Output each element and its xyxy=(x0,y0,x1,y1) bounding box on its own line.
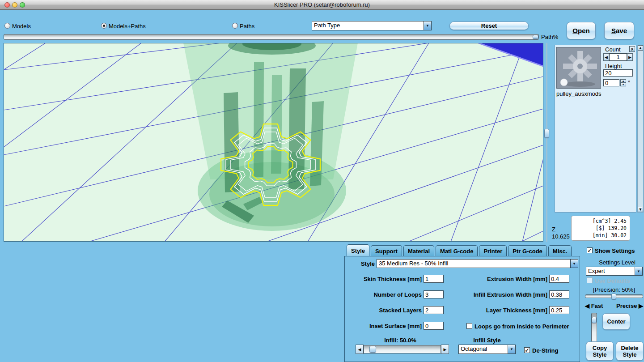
infill-extrusion-width-label: Infill Extrusion Width [mm] xyxy=(447,291,547,298)
use-defaults-checkbox xyxy=(587,277,593,283)
z-label: Z xyxy=(552,226,555,233)
stacked-layers-field[interactable] xyxy=(424,306,444,314)
style-preset-value: 35 Medium Res - 50% Infill xyxy=(377,260,570,268)
stacked-layers-label: Stacked Layers xyxy=(344,307,422,314)
tab-style[interactable]: Style xyxy=(347,244,369,256)
open-button[interactable]: Open xyxy=(567,22,596,39)
model-thumbnail[interactable] xyxy=(556,47,601,89)
destring-checkbox[interactable]: ✓ xyxy=(524,347,530,353)
model-list-panel: Count ◀ 1 ▶ Height 20 0 ▲ ▼ ° pulley_aus… xyxy=(555,45,636,213)
inset-surface-field[interactable] xyxy=(424,322,444,330)
kisslicer-window: KISSlicer PRO (setar@roboforum.ru) Model… xyxy=(0,0,644,362)
chevron-down-icon: ▼ xyxy=(508,345,515,353)
inset-surface-label: Inset Surface [mm] xyxy=(344,323,422,329)
estimate-cost: [$] 139.20 xyxy=(575,225,627,232)
skin-thickness-label: Skin Thickness [mm] xyxy=(344,276,422,282)
use-defaults-label: Use Defaults xyxy=(595,277,630,284)
path-type-dropdown[interactable]: Path Type ▼ xyxy=(312,21,432,30)
style-preset-dropdown[interactable]: 35 Medium Res - 50% Infill ▼ xyxy=(377,259,578,268)
count-increment-button[interactable]: ▶ xyxy=(627,53,633,61)
close-icon[interactable]: X xyxy=(629,46,635,52)
infill-extrusion-width-field[interactable] xyxy=(549,290,569,298)
z-value: 10.625 xyxy=(552,233,570,240)
number-of-loops-field[interactable] xyxy=(424,290,444,298)
estimate-volume: [cm^3] 2.45 xyxy=(575,217,627,225)
radio-paths[interactable] xyxy=(232,23,238,29)
precise-label: Precise xyxy=(616,302,637,309)
reset-button[interactable]: Reset xyxy=(449,21,529,30)
center-button[interactable]: Center xyxy=(602,313,630,330)
radio-models-label: Models xyxy=(12,23,31,30)
infill-style-dropdown[interactable]: Octagonal ▼ xyxy=(458,345,516,354)
loops-inside-to-perimeter-label: Loops go from Inside to Perimeter xyxy=(475,323,569,330)
scroll-up-icon[interactable]: ▲ xyxy=(638,45,643,51)
window-title: KISSlicer PRO (setar@roboforum.ru) xyxy=(0,1,644,8)
infill-slider-track[interactable] xyxy=(364,345,441,353)
skin-thickness-field[interactable] xyxy=(424,275,444,283)
precise-arrow-icon: ▶ xyxy=(639,302,643,309)
path-type-value: Path Type xyxy=(312,21,424,30)
infill-slider-right-arrow[interactable]: ▶ xyxy=(441,345,449,354)
tab-printer[interactable]: Printer xyxy=(479,245,507,256)
settings-level-dropdown[interactable]: Expert ▼ xyxy=(586,267,643,276)
settings-tab-bar: Style Support Material Matl G-code Print… xyxy=(347,244,572,256)
chevron-down-icon: ▼ xyxy=(635,267,642,275)
zoom-slider[interactable] xyxy=(591,313,597,345)
print-estimate-box: [cm^3] 2.45 [$] 139.20 [min] 30.02 xyxy=(571,216,630,241)
settings-level-value: Expert xyxy=(586,267,635,275)
settings-level-label: Settings Level xyxy=(591,259,643,266)
precision-label: [Precision: 50%] xyxy=(585,286,643,293)
precision-slider[interactable] xyxy=(585,294,643,298)
path-percent-label: Path% xyxy=(541,34,558,40)
model-render xyxy=(183,43,358,231)
precision-slider-thumb[interactable] xyxy=(611,294,616,299)
tab-matl-gcode[interactable]: Matl G-code xyxy=(436,245,478,256)
path-percent-slider-thumb[interactable] xyxy=(533,35,538,39)
show-settings-label: Show Settings xyxy=(595,247,635,254)
model-list-scrollbar[interactable]: ▲ ▼ xyxy=(637,45,644,213)
degree-symbol: ° xyxy=(628,79,630,86)
tab-misc[interactable]: Misc. xyxy=(548,245,572,256)
destring-label: De-String xyxy=(532,347,559,354)
radio-models-paths[interactable] xyxy=(101,23,107,29)
tab-ptr-gcode[interactable]: Ptr G-code xyxy=(508,245,547,256)
chevron-down-icon: ▼ xyxy=(424,21,431,30)
count-field[interactable]: 1 xyxy=(609,53,627,61)
copy-style-button[interactable]: Copy Style xyxy=(586,341,614,361)
count-decrement-button[interactable]: ◀ xyxy=(603,53,609,61)
tab-material[interactable]: Material xyxy=(403,245,434,256)
radio-models[interactable] xyxy=(4,23,10,29)
viewport-divider xyxy=(544,43,550,242)
show-settings-checkbox[interactable]: ✓ xyxy=(587,247,593,253)
scroll-down-icon[interactable]: ▼ xyxy=(638,207,643,212)
zoom-slider-thumb[interactable] xyxy=(592,317,597,323)
extrusion-width-field[interactable] xyxy=(549,275,569,283)
extrusion-width-label: Extrusion Width [mm] xyxy=(447,276,547,282)
estimate-time: [min] 30.02 xyxy=(575,232,627,239)
fast-precise-labels: ◀ Fast Precise ▶ xyxy=(585,302,643,309)
infill-slider-left-arrow[interactable]: ◀ xyxy=(356,345,364,354)
infill-slider[interactable]: ◀ ▶ xyxy=(356,345,449,354)
3d-viewport[interactable] xyxy=(4,43,543,242)
loops-inside-to-perimeter-checkbox[interactable] xyxy=(466,323,472,329)
infill-slider-thumb[interactable] xyxy=(369,346,376,353)
path-percent-slider[interactable] xyxy=(4,34,539,40)
infill-percent-label: Infill: 50.0% xyxy=(367,337,434,344)
title-bar: KISSlicer PRO (setar@roboforum.ru) xyxy=(0,0,644,10)
infill-style-label: Infill Style xyxy=(461,337,513,344)
model-name[interactable]: pulley_ausxmods xyxy=(556,90,601,97)
delete-style-button[interactable]: Delete Style xyxy=(616,341,644,361)
tab-support[interactable]: Support xyxy=(371,245,402,256)
rotation-field[interactable]: 0 xyxy=(603,79,619,86)
height-field[interactable]: 20 xyxy=(603,69,633,77)
rotation-down-button[interactable]: ▼ xyxy=(620,83,626,86)
rotation-up-button[interactable]: ▲ xyxy=(620,79,626,83)
number-of-loops-label: Number of Loops xyxy=(344,291,422,298)
check-icon: ✓ xyxy=(525,348,529,353)
viewport-divider-handle[interactable] xyxy=(544,129,549,138)
save-button[interactable]: Save xyxy=(604,22,634,39)
radio-models-paths-label: Models+Paths xyxy=(109,23,146,30)
fast-arrow-icon: ◀ xyxy=(585,302,589,309)
layer-thickness-field[interactable] xyxy=(549,306,569,314)
fast-label: Fast xyxy=(591,302,603,309)
